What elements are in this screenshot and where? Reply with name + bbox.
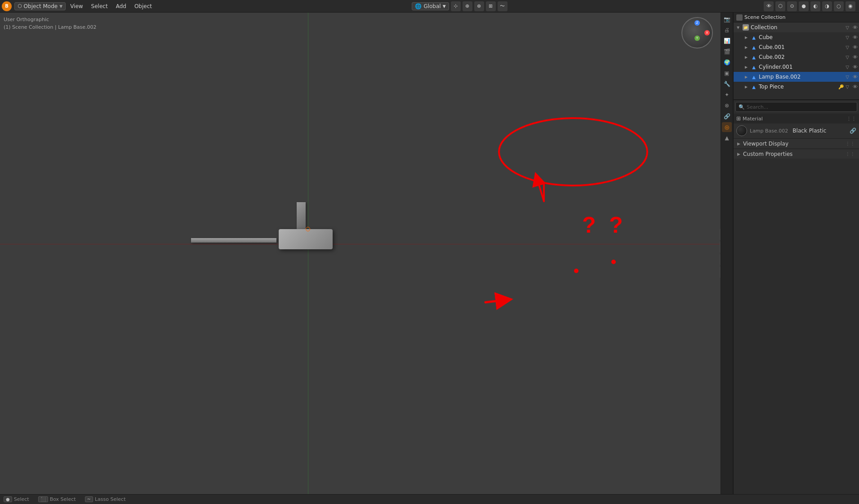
render-icon[interactable]: ●: [799, 1, 809, 11]
nav-right[interactable]: X: [704, 30, 710, 35]
menu-add[interactable]: Add: [112, 2, 130, 10]
lamp-post: [297, 202, 306, 229]
navigation-gizmo[interactable]: Z X Y: [681, 17, 715, 51]
status-bar: ● Select ⬛ Box Select ~ Lasso Select: [0, 494, 859, 504]
global-label: Global: [423, 3, 441, 9]
cube-mesh-icon: ▲: [751, 34, 757, 40]
cyl001-visibility[interactable]: 👁: [851, 63, 859, 71]
outliner-item-collection[interactable]: ▼ 📁 Collection ▽ 👁: [734, 22, 859, 32]
viewport-display-dots: ⋮⋮: [846, 141, 855, 146]
viewport-shading-icon[interactable]: 👁: [764, 1, 774, 11]
search-placeholder: Search...: [747, 104, 768, 110]
menu-view[interactable]: View: [67, 2, 86, 10]
collection-visibility[interactable]: 👁: [851, 23, 859, 31]
props-tab-data[interactable]: ▲: [722, 133, 732, 143]
viewport-display-header[interactable]: ▶ Viewport Display ⋮⋮: [734, 138, 859, 148]
select-key: ●: [4, 496, 12, 502]
render-mat-icon[interactable]: ◐: [810, 1, 820, 11]
props-tab-world[interactable]: 🌍: [722, 57, 732, 67]
transform-icon-4[interactable]: ⊞: [486, 1, 496, 11]
props-tab-scene[interactable]: 🎬: [722, 47, 732, 57]
props-tab-constraints[interactable]: 🔗: [722, 111, 732, 121]
cube002-visibility[interactable]: 👁: [851, 53, 859, 61]
material-link-icon[interactable]: 🔗: [850, 128, 856, 134]
select-label: Select: [14, 496, 29, 502]
gizmo-icon[interactable]: ⊙: [787, 1, 797, 11]
properties-search[interactable]: 🔍 Search...: [735, 102, 857, 112]
props-tab-object[interactable]: ▣: [722, 68, 732, 78]
mat-header-right-icons: ⋮⋮: [846, 116, 856, 122]
object-name-label: Lamp Base.002: [750, 128, 788, 134]
transform-icon-5[interactable]: 〜: [498, 1, 507, 11]
props-tab-view-layer[interactable]: 📊: [722, 36, 732, 46]
nav-sphere[interactable]: Z X Y: [681, 17, 713, 49]
overlay-icon[interactable]: ⬡: [775, 1, 785, 11]
cube-arrow: ▶: [743, 35, 749, 40]
lamp-visibility[interactable]: 👁: [851, 73, 859, 81]
material-preview-sphere: [736, 125, 747, 136]
transform-icon-3[interactable]: ⊗: [474, 1, 484, 11]
collection-expand-arrow[interactable]: ▼: [735, 25, 741, 30]
outliner-item-toppiece[interactable]: ▶ ▲ Top Piece 🔑 ▽ 👁: [734, 82, 859, 92]
material-header-bar: ⊞ Material ⋮⋮: [734, 114, 859, 124]
props-tab-modifier[interactable]: 🔧: [722, 79, 732, 89]
outliner-panel: Scene Collection ▼ 📁 Collection ▽ 👁 ▶ ▲ …: [734, 13, 859, 100]
custom-props-dots: ⋮⋮: [846, 151, 855, 156]
viewport-display-section: ▶ Viewport Display ⋮⋮: [734, 138, 859, 148]
cube002-filter: ▽: [846, 55, 849, 60]
cube001-mesh-icon: ▲: [751, 44, 757, 50]
outliner-item-lampbase002[interactable]: ▶ ▲ Lamp Base.002 ▽ 👁: [734, 72, 859, 82]
outliner-item-cylinder001[interactable]: ▶ ▲ Cylinder.001 ▽ 👁: [734, 62, 859, 72]
mode-icon: ⬡: [18, 3, 22, 9]
nav-front[interactable]: Y: [694, 35, 700, 41]
transform-icon-1[interactable]: ⊹: [451, 1, 461, 11]
viewport-3d[interactable]: User Orthographic (1) Scene Collection |…: [0, 13, 733, 494]
box-select-key: ⬛: [38, 496, 48, 502]
cube001-filter: ▽: [846, 45, 849, 50]
outliner-item-cube001[interactable]: ▶ ▲ Cube.001 ▽ 👁: [734, 42, 859, 52]
top-bar-left: B ⬡ Object Mode ▼ View Select Add Object: [0, 1, 156, 11]
nav-top[interactable]: Z: [694, 20, 700, 26]
top-visibility[interactable]: 👁: [851, 83, 859, 91]
cube-label: Cube: [759, 34, 844, 40]
properties-panel: Scene Collection ▼ 📁 Collection ▽ 👁 ▶ ▲ …: [733, 13, 859, 494]
props-tab-particles[interactable]: ✦: [722, 90, 732, 100]
lamp-object-group: [279, 229, 333, 249]
top-filter2: ▽: [846, 84, 849, 89]
render-wire-icon[interactable]: ○: [834, 1, 844, 11]
props-tab-render[interactable]: 📷: [722, 14, 732, 24]
menu-object[interactable]: Object: [131, 2, 156, 10]
transform-icon-2[interactable]: ⊕: [463, 1, 472, 11]
outliner-item-cube002[interactable]: ▶ ▲ Cube.002 ▽ 👁: [734, 52, 859, 62]
cube001-arrow: ▶: [743, 44, 749, 50]
menu-select[interactable]: Select: [88, 2, 111, 10]
outliner-item-cube[interactable]: ▶ ▲ Cube ▽ 👁: [734, 32, 859, 42]
transform-global[interactable]: 🌐 Global ▼: [412, 2, 449, 10]
render-solid-icon[interactable]: ◑: [822, 1, 832, 11]
cube001-visibility[interactable]: 👁: [851, 43, 859, 51]
top-label: Top Piece: [759, 84, 837, 90]
custom-properties-section: ▶ Custom Properties ⋮⋮: [734, 149, 859, 159]
top-arrow: ▶: [743, 84, 749, 89]
grid-line-vertical: [308, 13, 308, 494]
viewport-display-label: Viewport Display: [743, 141, 788, 147]
mat-dots-icon[interactable]: ⋮⋮: [846, 116, 856, 122]
collection-icon: 📁: [743, 24, 749, 31]
top-menu-bar: B ⬡ Object Mode ▼ View Select Add Object…: [0, 0, 859, 13]
blender-logo[interactable]: B: [2, 1, 12, 11]
custom-properties-header[interactable]: ▶ Custom Properties ⋮⋮: [734, 149, 859, 159]
viewport-display-arrow: ▶: [737, 141, 740, 146]
render-full-icon[interactable]: ◉: [846, 1, 855, 11]
collection-filter-icon: ▽: [846, 25, 849, 30]
cube002-mesh-icon: ▲: [751, 54, 757, 60]
cube-visibility[interactable]: 👁: [851, 33, 859, 41]
search-icon: 🔍: [739, 104, 745, 110]
props-tab-output[interactable]: 🖨: [722, 25, 732, 35]
props-tab-physics[interactable]: ⊗: [722, 101, 732, 111]
lamp-filter: ▽: [846, 75, 849, 80]
props-tab-material[interactable]: ◎: [722, 122, 732, 132]
mode-chevron: ▼: [59, 4, 62, 9]
mode-selector[interactable]: ⬡ Object Mode ▼: [14, 2, 66, 10]
cube-filter: ▽: [846, 35, 849, 40]
cube002-label: Cube.002: [759, 54, 844, 60]
